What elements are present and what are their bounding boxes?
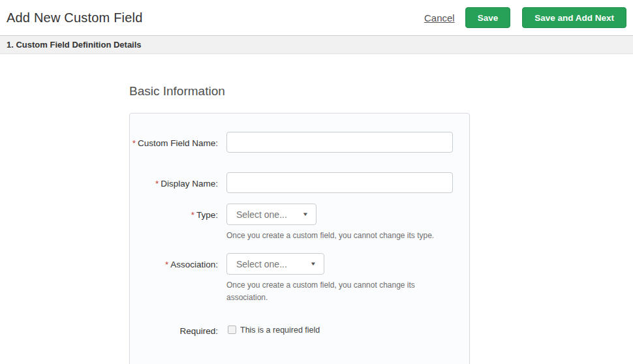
save-and-add-next-button[interactable]: Save and Add Next bbox=[522, 7, 626, 28]
section-title: 1. Custom Field Definition Details bbox=[7, 40, 142, 50]
required-asterisk: * bbox=[155, 179, 159, 189]
chevron-down-icon: ▼ bbox=[310, 261, 316, 267]
page-title: Add New Custom Field bbox=[7, 10, 143, 25]
header-actions: Cancel Save Save and Add Next bbox=[424, 7, 626, 28]
required-checkbox[interactable] bbox=[228, 326, 236, 334]
association-label-text: Association: bbox=[170, 260, 218, 269]
required-asterisk: * bbox=[165, 260, 168, 269]
association-select[interactable]: Select one... ▼ bbox=[226, 253, 324, 275]
page-header: Add New Custom Field Cancel Save Save an… bbox=[0, 0, 633, 35]
custom-field-name-label: *Custom Field Name: bbox=[130, 132, 226, 151]
section-bar: 1. Custom Field Definition Details bbox=[0, 35, 633, 54]
required-asterisk: * bbox=[132, 138, 136, 148]
association-select-value: Select one... bbox=[236, 259, 287, 269]
type-help-text: Once you create a custom field, you cann… bbox=[226, 230, 452, 242]
cancel-link[interactable]: Cancel bbox=[424, 12, 455, 23]
association-help-text: Once you create a custom field, you cann… bbox=[226, 279, 422, 304]
custom-field-form-panel: *Custom Field Name: *Display Name: *Type… bbox=[129, 113, 470, 364]
custom-field-name-label-text: Custom Field Name: bbox=[138, 138, 218, 148]
display-name-label: *Display Name: bbox=[130, 172, 226, 191]
basic-information-heading: Basic Information bbox=[129, 84, 633, 99]
display-name-row: *Display Name: bbox=[130, 172, 452, 193]
chevron-down-icon: ▼ bbox=[302, 211, 309, 217]
type-select[interactable]: Select one... ▼ bbox=[226, 204, 316, 225]
display-name-label-text: Display Name: bbox=[161, 179, 218, 189]
required-label: Required: bbox=[130, 320, 226, 339]
required-asterisk: * bbox=[191, 210, 194, 220]
association-label: *Association: bbox=[130, 253, 226, 272]
main-content: Basic Information *Custom Field Name: *D… bbox=[0, 54, 633, 364]
custom-field-name-input[interactable] bbox=[226, 132, 453, 153]
required-checkbox-label[interactable]: This is a required field bbox=[240, 326, 320, 335]
type-label-text: Type: bbox=[196, 210, 218, 220]
save-button[interactable]: Save bbox=[465, 7, 511, 28]
type-label: *Type: bbox=[130, 204, 226, 222]
association-row: *Association: Select one... ▼ Once you c… bbox=[130, 253, 452, 304]
required-row: Required: This is a required field bbox=[130, 320, 452, 339]
required-checkbox-group: This is a required field bbox=[226, 320, 452, 335]
display-name-input[interactable] bbox=[226, 172, 453, 193]
custom-field-name-row: *Custom Field Name: bbox=[130, 132, 452, 153]
type-select-value: Select one... bbox=[236, 209, 287, 220]
type-row: *Type: Select one... ▼ Once you create a… bbox=[130, 204, 452, 242]
